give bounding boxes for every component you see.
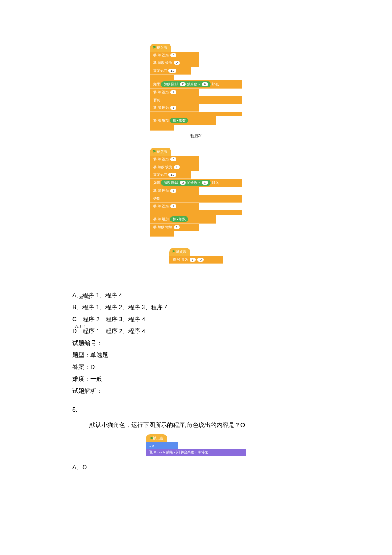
b-text: 设为 (162, 90, 169, 94)
green-flag-icon: ⚑ (172, 250, 175, 254)
q5-prompt: 默认小猫角色，运行下图所示的程序,角色说出的内容是？O (89, 421, 392, 429)
b-text: 设为 (165, 165, 172, 169)
spacer-block (150, 210, 242, 215)
b-text: 和 (177, 258, 180, 262)
value-pill: 2 (180, 82, 186, 86)
b-text: 如果 (153, 181, 160, 185)
b-text: 设为 (165, 61, 172, 65)
hat-label: 被点击 (157, 150, 167, 154)
b-text: 设为 (162, 53, 169, 57)
repeat-block: 重复执行 10 (150, 171, 191, 179)
b-text: 将 (153, 189, 157, 193)
set-block: 将 加数 设为 2 (150, 59, 199, 67)
value-pill: 5 (170, 53, 176, 57)
change-block: 将 和 增加 和 • 加数 (150, 116, 216, 125)
change-block: 将 和 增加 和 • 加数 (150, 215, 216, 224)
operator-pill: 和 • 加数 (170, 216, 188, 222)
option-a: A、程序 1、程序 4 (72, 289, 392, 301)
b-text: 将 (153, 225, 157, 229)
op-text: 加数 (164, 181, 170, 185)
program2-caption: 程序2 (0, 133, 392, 139)
green-flag-icon: ⚑ (153, 45, 156, 49)
set-block: 将 和 设为 1 5 (169, 256, 223, 264)
b-text: 增加 (162, 119, 169, 122)
bottom-block (150, 231, 174, 237)
b-text: 将 (153, 204, 157, 208)
b-text: 字符之 (198, 450, 208, 454)
b-text: 将 (153, 61, 157, 65)
b-text: 将 (153, 106, 157, 110)
op-text: 加数 (164, 82, 170, 86)
op-text: 加数 (179, 119, 186, 122)
meta-type: 题型：单选题 (72, 349, 392, 361)
set-block: 将 和 设为 1 (150, 104, 199, 112)
change-block: 将 加数 增加 1 (150, 224, 199, 231)
b-text: 的第 (166, 450, 173, 454)
b-text: 那么 (212, 181, 219, 185)
b-text: 那么 (212, 82, 219, 86)
meta-explain: 试题解析： (72, 385, 392, 397)
b-text: 设为 (181, 258, 188, 262)
value-pill: 1 (170, 204, 176, 208)
b-text: 和 (158, 204, 161, 208)
else-block: 否则 (150, 195, 242, 203)
if-block: 如果 加数 除以 2 的余数 = 0 那么 (150, 80, 242, 89)
value-pill: 10 (168, 69, 176, 73)
b-text: 重复执行 (153, 69, 167, 73)
spacer-block (150, 112, 242, 116)
value-pill: Scratch (153, 450, 165, 454)
program4-left-label: WJT4 (75, 324, 86, 329)
b-text: 到 (176, 450, 180, 454)
b-text: 将 (153, 90, 157, 94)
b-text: 设为 (162, 204, 169, 208)
hat-block: ⚑被点击 (150, 148, 171, 156)
hat-label: 被点击 (176, 250, 186, 254)
program4-figure: ⚑被点击 将 和 设为 1 5 (0, 247, 392, 264)
else-block: 否则 (150, 96, 242, 104)
question5-number: 5. (72, 404, 392, 416)
b-text: 增加 (162, 217, 169, 221)
question4-options: A、程序 1、程序 4 B、程序 1、程序 2、程序 3、程序 4 C、程序 2… (72, 289, 392, 397)
value-pill: 2 (180, 181, 186, 185)
value-pill: 1 (170, 189, 176, 193)
operator-pill: 和 • 加数 (170, 118, 188, 123)
program3-figure: ⚑被点击 将 和 设为 0 将 加数 设为 1 重复执行 10 如果 加数 (0, 147, 392, 237)
b-text: 否则 (153, 98, 160, 102)
value-pill: 1 (174, 225, 180, 229)
value-pill: 0 (170, 157, 176, 161)
option-c: C、程序 2、程序 3、程序 4 (72, 313, 392, 325)
motion-block: 1 5 (146, 442, 178, 449)
operator-pill: 加数 除以 2 的余数 = 0 (161, 81, 211, 87)
value-pill: 10 (168, 173, 176, 177)
value-pill: 1 (202, 181, 208, 185)
b-text: 和 (158, 189, 161, 193)
b-text: 说 (149, 450, 153, 454)
set-block: 将 加数 设为 1 (150, 163, 199, 171)
b-text: 将 (173, 258, 176, 262)
program2-figure: ⚑被点击 将 和 设为 5 将 加数 设为 2 重复执行 10 如果 (0, 43, 392, 139)
b-text: 如果 (153, 82, 160, 86)
bottom-block (150, 125, 174, 131)
option-b: B、程序 1、程序 2、程序 3、程序 4 (72, 301, 392, 313)
op-text: 加数 (179, 217, 186, 221)
set-block: 将 和 设为 0 (150, 156, 199, 163)
value-pill: 1 (149, 444, 151, 447)
b-text: 和 (158, 217, 161, 221)
b-text: 加数 (158, 61, 164, 65)
b-text: 加数 (158, 165, 164, 169)
repeat-block: 重复执行 10 (150, 67, 191, 75)
operator-pill: 加数 除以 2 的余数 = 1 (161, 180, 211, 186)
meta-id: 试题编号： (72, 337, 392, 349)
b-text: 将 (153, 157, 157, 161)
b-text: 增加 (165, 225, 172, 229)
hat-block: ⚑被点击 (169, 248, 190, 256)
b-text: 重复执行 (153, 173, 167, 177)
value-pill: 5 (197, 258, 203, 262)
b-text: 和 (158, 90, 161, 94)
b-text: 舞台高度 (181, 450, 194, 454)
op-text: 除以 (171, 181, 178, 185)
set-block: 将 和 设为 1 (150, 187, 199, 195)
hat-block: ⚑被点击 (146, 434, 167, 442)
op-text: 除以 (171, 82, 178, 86)
hat-label: 被点击 (153, 436, 163, 440)
